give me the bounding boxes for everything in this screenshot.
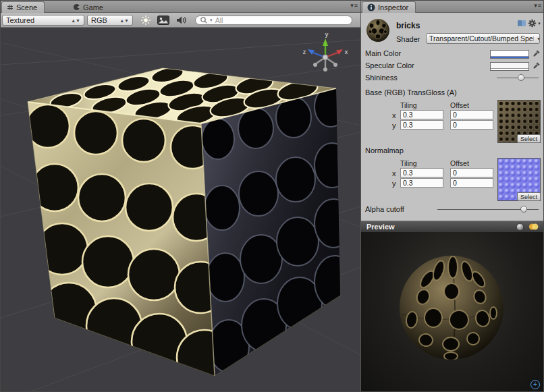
gear-icon (528, 19, 537, 28)
speaker-icon (176, 16, 186, 25)
chevron-down-icon: ▼ (537, 22, 541, 26)
preview-title: Preview (366, 223, 395, 231)
inspector-info-icon (367, 3, 375, 11)
scene-panel-menu-icon[interactable]: ▾≡ (350, 2, 358, 9)
main-color-eyedropper[interactable] (532, 49, 541, 59)
tab-game[interactable]: Game (68, 1, 110, 13)
shader-label: Shader (396, 35, 420, 43)
inspector-panel-menu-icon[interactable]: ▾≡ (534, 2, 542, 9)
book-icon (517, 19, 526, 28)
normal-offset-y-field[interactable] (450, 178, 493, 188)
slider-thumb[interactable] (518, 74, 524, 81)
main-color-alpha-bar (491, 56, 528, 58)
base-y-label: y (392, 121, 396, 130)
help-button[interactable] (517, 19, 526, 29)
audio-toggle-button[interactable] (173, 15, 188, 26)
base-tiling-header: Tiling (400, 101, 417, 109)
textured-cube[interactable] (26, 65, 355, 385)
unity-editor-window: Scene Game ▾≡ Textured ▲▼ RGB ▲▼ (0, 0, 544, 392)
color-mode-dropdown[interactable]: RGB ▲▼ (87, 15, 133, 26)
search-filter-arrow-icon[interactable]: ▼ (209, 18, 213, 22)
eyedropper-icon (532, 49, 541, 58)
gizmo-y-label: y (325, 31, 329, 38)
normalmap-label: Normalmap (365, 146, 404, 155)
normalmap-thumbnail[interactable]: Select (497, 158, 541, 201)
gizmo-z-label: z (303, 49, 306, 55)
chevron-down-icon: ▲▼ (115, 18, 129, 23)
settings-button[interactable]: ▼ (528, 19, 541, 28)
chevron-down-icon: ▲▼ (67, 18, 80, 23)
alpha-cutoff-label: Alpha cutoff (365, 205, 404, 213)
base-x-label: x (392, 111, 396, 119)
draw-mode-dropdown[interactable]: Textured ▲▼ (2, 15, 84, 26)
tab-inspector-label: Inspector (378, 3, 408, 11)
search-icon (200, 16, 207, 24)
material-name: bricks (396, 21, 420, 30)
preview-lighting-toggle-icon[interactable] (528, 223, 539, 231)
tab-scene-label: Scene (16, 3, 37, 11)
eyedropper-icon (532, 61, 541, 70)
specular-color-swatch[interactable] (490, 62, 529, 71)
image-icon (157, 16, 169, 25)
base-texture-select-button[interactable]: Select (517, 134, 541, 143)
gizmo-x-label: x (345, 49, 348, 55)
base-map-label: Base (RGB) TransGloss (A) (365, 88, 457, 96)
normal-offset-header: Offset (450, 159, 469, 167)
base-offset-y-field[interactable] (450, 120, 493, 130)
scene-viewport[interactable]: y x z (1, 28, 360, 392)
tab-inspector[interactable]: Inspector (362, 1, 416, 13)
add-button[interactable]: + (531, 380, 540, 389)
preview-sphere-render (361, 232, 544, 392)
scene-search-box[interactable]: ▼ (195, 16, 352, 25)
lighting-toggle-button[interactable] (138, 15, 153, 26)
main-color-label: Main Color (365, 49, 401, 57)
specular-color-alpha-bar (491, 68, 528, 70)
normal-x-label: x (392, 169, 396, 177)
chevron-down-icon: ▼ (533, 36, 540, 41)
inspector-panel: bricks Shader Transparent/Cutout/Bumped … (360, 13, 544, 392)
slider-thumb[interactable] (520, 206, 527, 213)
scene-toolbar: Textured ▲▼ RGB ▲▼ (1, 13, 360, 28)
sun-icon (140, 15, 151, 26)
inspector-tabbar: Inspector ▾≡ (360, 1, 544, 13)
base-tiling-y-field[interactable] (400, 120, 443, 130)
search-input[interactable] (215, 16, 348, 24)
specular-color-label: Specular Color (365, 61, 414, 69)
normal-tiling-y-field[interactable] (400, 178, 443, 188)
main-color-swatch[interactable] (490, 50, 529, 59)
tab-game-label: Game (83, 3, 103, 11)
preview-header[interactable]: Preview (361, 221, 544, 232)
shininess-label: Shininess (365, 74, 398, 82)
tab-scene[interactable]: Scene (1, 1, 45, 13)
scene-tabbar: Scene Game ▾≡ (1, 1, 360, 13)
base-tiling-x-field[interactable] (400, 110, 443, 119)
normal-tiling-x-field[interactable] (400, 168, 443, 177)
draw-mode-value: Textured (6, 16, 34, 24)
material-preview-thumbnail[interactable] (365, 18, 391, 43)
shader-value: Transparent/Cutout/Bumped Spe (429, 34, 533, 43)
scene-grid-icon (7, 4, 13, 11)
game-overlay-toggle-button[interactable] (156, 15, 171, 26)
normalmap-select-button[interactable]: Select (517, 192, 541, 201)
alpha-cutoff-slider[interactable] (437, 204, 539, 214)
material-sphere-icon (365, 18, 391, 43)
base-texture-thumbnail[interactable]: Select (497, 100, 541, 143)
normal-offset-x-field[interactable] (450, 168, 493, 177)
shininess-slider[interactable] (497, 73, 539, 82)
scene-render[interactable]: y x z (1, 28, 360, 392)
preview-sphere-toggle-icon[interactable] (516, 223, 524, 231)
color-mode-value: RGB (91, 16, 107, 24)
preview-area[interactable]: + (361, 232, 544, 392)
normal-tiling-header: Tiling (400, 159, 417, 167)
orientation-gizmo[interactable]: y x z (303, 31, 348, 72)
normal-y-label: y (392, 179, 396, 188)
specular-color-eyedropper[interactable] (532, 61, 541, 72)
shader-dropdown[interactable]: Transparent/Cutout/Bumped Spe ▼ (426, 33, 540, 44)
base-offset-x-field[interactable] (450, 110, 493, 119)
game-icon (73, 3, 80, 11)
base-offset-header: Offset (450, 101, 469, 109)
